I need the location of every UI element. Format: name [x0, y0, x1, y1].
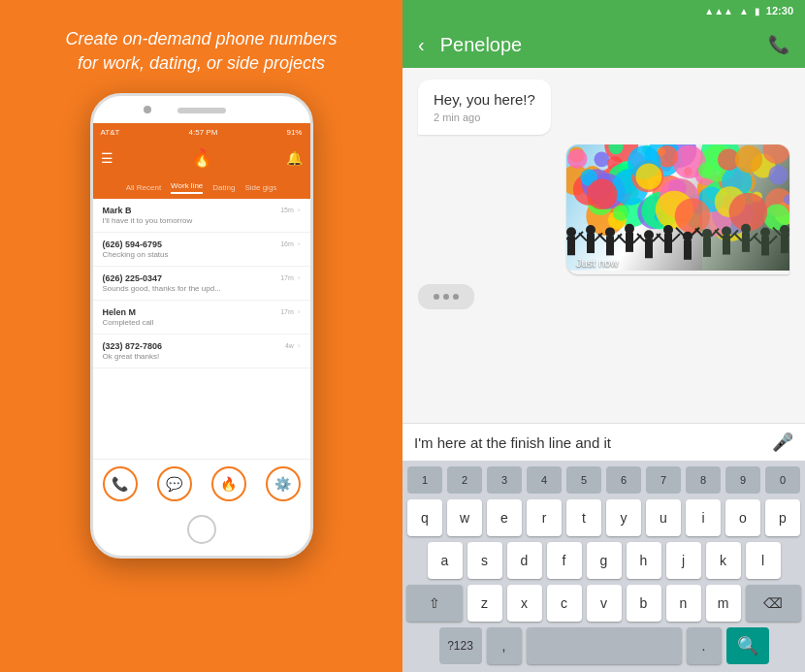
tab-side-gigs[interactable]: Side gigs — [244, 183, 276, 192]
message-preview: Ok great thanks! — [103, 352, 285, 361]
message-preview: Completed call — [103, 318, 281, 327]
num-key-6[interactable]: 6 — [606, 466, 641, 494]
key-b[interactable]: b — [627, 585, 661, 622]
key-g[interactable]: g — [587, 542, 622, 579]
received-message-bubble: Hey, you here!? 2 min ago — [418, 80, 551, 135]
message-preview: Checking on status — [103, 250, 281, 259]
menu-icon: ☰ — [101, 150, 113, 166]
list-item[interactable]: Mark B I'll have it to you tomorrow 15m … — [93, 199, 310, 233]
number-hints-row: 1 2 3 4 5 6 7 8 9 0 — [406, 466, 801, 494]
fire-nav-button[interactable]: 🔥 — [211, 466, 246, 501]
message-time: 17m › — [280, 273, 300, 282]
phone-status-bar: AT&T 4:57 PM 91% — [93, 123, 310, 141]
tab-dating[interactable]: Dating — [212, 183, 235, 192]
key-m[interactable]: m — [706, 585, 741, 622]
period-key[interactable]: . — [687, 627, 722, 664]
keyboard-row-1: q w e r t y u i o p — [406, 499, 801, 536]
key-o[interactable]: o — [725, 499, 760, 536]
status-time: 12:30 — [766, 5, 793, 16]
phone-screen: AT&T 4:57 PM 91% ☰ 🔥 🔔 All Recent Work l… — [93, 123, 310, 507]
phone-mockup: AT&T 4:57 PM 91% ☰ 🔥 🔔 All Recent Work l… — [90, 93, 313, 559]
list-item[interactable]: Helen M Completed call 17m › — [93, 301, 310, 335]
contact-name: (626) 594-6795 — [103, 240, 281, 249]
num-key-5[interactable]: 5 — [566, 466, 601, 494]
key-p[interactable]: p — [765, 499, 800, 536]
key-z[interactable]: z — [467, 585, 502, 622]
tab-all-recent[interactable]: All Recent — [126, 183, 161, 192]
message-time: 16m › — [280, 240, 300, 248]
key-e[interactable]: e — [487, 499, 522, 536]
shift-key[interactable]: ⇧ — [406, 585, 463, 622]
phone-time: 4:57 PM — [189, 128, 218, 137]
key-r[interactable]: r — [527, 499, 562, 536]
tab-work-line[interactable]: Work line — [171, 181, 203, 194]
search-key[interactable]: 🔍 — [726, 627, 769, 664]
keyboard: 1 2 3 4 5 6 7 8 9 0 q w e r t y u i o p … — [402, 461, 805, 672]
list-item[interactable]: (626) 594-6795 Checking on status 16m › — [93, 233, 310, 267]
chat-input-area: 🎤 — [402, 423, 805, 461]
key-y[interactable]: y — [606, 499, 641, 536]
key-k[interactable]: k — [706, 542, 741, 579]
phone-home-button[interactable] — [187, 515, 216, 544]
num-key-4[interactable]: 4 — [527, 466, 562, 494]
list-item[interactable]: (323) 872-7806 Ok great thanks! 4w › — [93, 335, 310, 368]
key-q[interactable]: q — [407, 499, 442, 536]
num-key-1[interactable]: 1 — [407, 466, 442, 494]
chat-area: Hey, you here!? 2 min ago Just now — [402, 68, 805, 423]
call-nav-button[interactable]: 📞 — [103, 466, 138, 501]
left-panel: Create on-demand phone numbers for work,… — [0, 0, 402, 672]
phone-call-button[interactable]: 📞 — [768, 34, 789, 55]
space-key[interactable] — [527, 627, 682, 664]
android-header: ‹ Penelope 📞 — [402, 21, 805, 68]
backspace-key[interactable]: ⌫ — [746, 585, 802, 622]
key-f[interactable]: f — [547, 542, 582, 579]
key-w[interactable]: w — [447, 499, 482, 536]
key-x[interactable]: x — [507, 585, 542, 622]
comma-key[interactable]: , — [487, 627, 522, 664]
key-v[interactable]: v — [587, 585, 622, 622]
num-key-9[interactable]: 9 — [725, 466, 760, 494]
signal-icon: ▲▲▲ — [704, 6, 733, 16]
notification-icon: 🔔 — [286, 150, 303, 166]
key-u[interactable]: u — [646, 499, 681, 536]
message-input[interactable] — [414, 434, 764, 451]
num-key-3[interactable]: 3 — [487, 466, 522, 494]
key-n[interactable]: n — [666, 585, 701, 622]
contact-name: Helen M — [103, 307, 281, 317]
num-key-2[interactable]: 2 — [447, 466, 482, 494]
key-j[interactable]: j — [666, 542, 701, 579]
key-t[interactable]: t — [566, 499, 601, 536]
key-s[interactable]: s — [467, 542, 502, 579]
app-logo-icon: 🔥 — [191, 147, 212, 169]
key-h[interactable]: h — [627, 542, 661, 579]
message-text: Hey, you here!? — [434, 91, 535, 108]
typing-indicator — [418, 284, 474, 309]
key-l[interactable]: l — [746, 542, 781, 579]
festival-image — [566, 144, 789, 271]
contact-name: (626) 225-0347 — [103, 273, 281, 283]
num-key-8[interactable]: 8 — [686, 466, 721, 494]
keyboard-bottom-row: ?123 , . 🔍 — [406, 627, 801, 664]
key-a[interactable]: a — [428, 542, 463, 579]
typing-dot-1 — [434, 294, 439, 300]
mic-icon[interactable]: 🎤 — [772, 432, 793, 453]
key-d[interactable]: d — [507, 542, 542, 579]
back-button[interactable]: ‹ — [418, 34, 425, 56]
key-c[interactable]: c — [547, 585, 582, 622]
tagline: Create on-demand phone numbers for work,… — [65, 27, 337, 76]
message-time: 15m › — [280, 206, 300, 214]
num-key-0[interactable]: 0 — [765, 466, 800, 494]
message-nav-button[interactable]: 💬 — [157, 466, 192, 501]
chat-title: Penelope — [440, 34, 753, 56]
tagline-line1: Create on-demand phone numbers — [65, 29, 337, 48]
symbols-key[interactable]: ?123 — [439, 627, 482, 664]
keyboard-row-2: a s d f g h j k l — [406, 542, 801, 579]
phone-header: ☰ 🔥 🔔 — [93, 141, 310, 176]
right-panel: ▲▲▲ ▲ ▮ 12:30 ‹ Penelope 📞 Hey, you here… — [402, 0, 805, 672]
list-item[interactable]: (626) 225-0347 Sounds good, thanks for t… — [93, 267, 310, 301]
num-key-7[interactable]: 7 — [646, 466, 681, 494]
message-time: 2 min ago — [434, 112, 535, 123]
settings-nav-button[interactable]: ⚙️ — [266, 466, 301, 501]
key-i[interactable]: i — [686, 499, 721, 536]
message-preview: Sounds good, thanks for the upd... — [103, 284, 281, 293]
